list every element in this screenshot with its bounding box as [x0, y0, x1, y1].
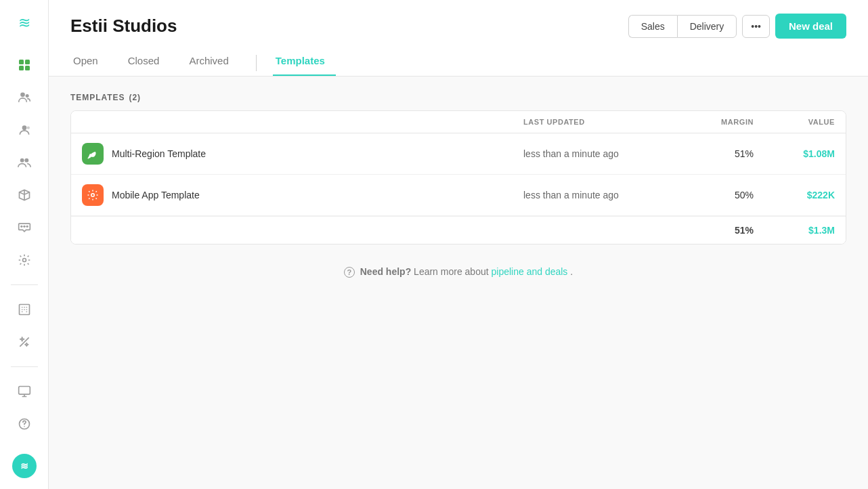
- sales-button[interactable]: Sales: [628, 15, 677, 38]
- sidebar-item-contacts[interactable]: [11, 116, 38, 144]
- svg-point-7: [26, 127, 29, 129]
- help-description: Learn more about: [414, 266, 491, 277]
- more-button[interactable]: •••: [742, 15, 770, 38]
- box-icon: [18, 188, 31, 202]
- chat-icon: [18, 221, 31, 234]
- tab-closed[interactable]: Closed: [125, 49, 171, 76]
- svg-rect-2: [19, 66, 24, 70]
- col-margin-header: MARGIN: [672, 118, 754, 126]
- help-circle-icon: ?: [344, 267, 355, 278]
- svg-point-4: [20, 93, 25, 98]
- col-last-updated-header: LAST UPDATED: [523, 118, 672, 126]
- svg-point-9: [24, 158, 28, 163]
- sidebar-item-monitor[interactable]: [11, 378, 38, 405]
- tab-templates[interactable]: Templates: [273, 49, 336, 76]
- tab-open[interactable]: Open: [70, 49, 109, 76]
- header-actions: Sales Delivery ••• New deal: [628, 14, 846, 39]
- sidebar: ≋: [0, 0, 49, 489]
- svg-point-6: [22, 125, 26, 130]
- svg-point-13: [22, 259, 26, 262]
- svg-rect-15: [18, 387, 30, 395]
- table-row[interactable]: Multi-Region Template less than a minute…: [71, 133, 846, 175]
- tabs-bar: Open Closed Archived Templates: [70, 49, 846, 76]
- svg-point-11: [20, 226, 22, 228]
- logo-icon: ≋: [18, 14, 30, 32]
- header-top: Estii Studios Sales Delivery ••• New dea…: [70, 14, 846, 39]
- sidebar-item-dashboard[interactable]: [11, 51, 38, 79]
- svg-point-18: [91, 194, 95, 197]
- new-deal-button[interactable]: New deal: [775, 14, 846, 39]
- footer-margin: 51%: [672, 225, 754, 236]
- svg-point-12: [26, 226, 28, 228]
- svg-point-10: [23, 226, 25, 228]
- dashboard-icon: [18, 58, 31, 72]
- row-value: $1.08M: [754, 148, 835, 159]
- tab-archived[interactable]: Archived: [186, 49, 239, 76]
- row-label: Multi-Region Template: [112, 148, 206, 159]
- table-footer: 51% $1.3M: [71, 216, 846, 244]
- row-label: Mobile App Template: [112, 190, 200, 200]
- wand-icon: [18, 335, 31, 349]
- row-last-updated: less than a minute ago: [523, 190, 672, 200]
- row-margin: 51%: [672, 148, 754, 159]
- leaf-icon: [87, 148, 99, 160]
- svg-point-5: [25, 94, 28, 98]
- footer-updated-empty: [523, 225, 672, 236]
- table-header-row: LAST UPDATED MARGIN VALUE: [71, 111, 846, 133]
- sidebar-item-wand[interactable]: [11, 328, 38, 356]
- footer-value: $1.3M: [754, 225, 835, 236]
- help-suffix: .: [570, 266, 573, 277]
- svg-rect-3: [25, 66, 30, 70]
- help-icon: [18, 417, 31, 431]
- sidebar-item-box[interactable]: [11, 182, 38, 209]
- row-value: $222K: [754, 190, 835, 200]
- help-link[interactable]: pipeline and deals: [492, 266, 568, 277]
- contacts-icon: [18, 123, 31, 137]
- main-area: TEMPLATES (2) LAST UPDATED MARGIN VALUE: [49, 77, 868, 489]
- col-name-header: [82, 118, 523, 126]
- sidebar-item-settings[interactable]: [11, 247, 38, 274]
- sidebar-item-chat[interactable]: [11, 214, 38, 241]
- svg-rect-1: [25, 60, 30, 64]
- row-icon-orange: [82, 184, 104, 206]
- sidebar-logo[interactable]: ≋: [12, 11, 37, 35]
- team-icon: [18, 156, 31, 169]
- monitor-icon: [18, 385, 31, 398]
- row-margin: 50%: [672, 190, 754, 200]
- sidebar-item-team[interactable]: [11, 149, 38, 176]
- page-header: Estii Studios Sales Delivery ••• New dea…: [49, 0, 868, 77]
- row-last-updated: less than a minute ago: [523, 148, 672, 159]
- svg-point-8: [20, 158, 24, 163]
- sidebar-item-help[interactable]: [11, 410, 38, 438]
- building-icon: [18, 303, 31, 316]
- svg-point-17: [24, 426, 25, 427]
- page-title: Estii Studios: [70, 16, 177, 37]
- section-count: (2): [129, 93, 141, 102]
- tab-divider: [256, 55, 257, 71]
- row-name-cell: Multi-Region Template: [82, 143, 523, 165]
- sidebar-item-people[interactable]: [11, 84, 38, 111]
- help-need-help: Need help?: [360, 266, 411, 277]
- sidebar-divider-top: [11, 284, 38, 285]
- settings-icon: [18, 253, 31, 267]
- delivery-button[interactable]: Delivery: [677, 15, 737, 38]
- col-value-header: VALUE: [754, 118, 835, 126]
- footer-empty: [82, 225, 523, 236]
- row-name-cell: Mobile App Template: [82, 184, 523, 206]
- sidebar-divider-bottom: [11, 366, 38, 367]
- help-section: ? Need help? Learn more about pipeline a…: [70, 266, 846, 278]
- svg-rect-0: [19, 60, 24, 64]
- row-icon-green: [82, 143, 104, 165]
- toggle-group: Sales Delivery: [628, 15, 737, 38]
- user-avatar[interactable]: ≋: [12, 454, 37, 478]
- gear-icon: [87, 189, 99, 201]
- main-content: Estii Studios Sales Delivery ••• New dea…: [49, 0, 868, 489]
- table-row[interactable]: Mobile App Template less than a minute a…: [71, 175, 846, 216]
- templates-table: LAST UPDATED MARGIN VALUE Multi-Region T…: [70, 110, 846, 244]
- sidebar-item-building[interactable]: [11, 296, 38, 323]
- section-label: TEMPLATES (2): [70, 93, 846, 102]
- people-icon: [18, 91, 31, 104]
- section-label-text: TEMPLATES: [70, 93, 125, 102]
